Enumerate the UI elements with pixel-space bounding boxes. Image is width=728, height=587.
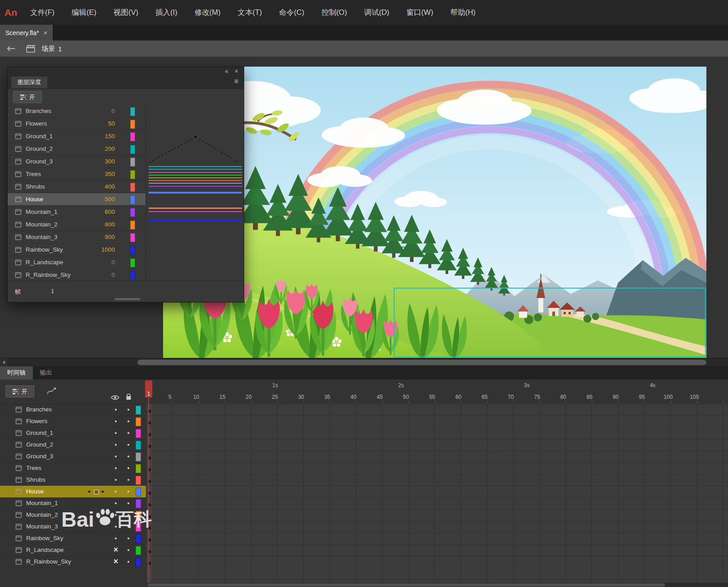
tab-layer-depth[interactable]: 图层深度	[11, 77, 47, 88]
layer-depth-value[interactable]: 350	[74, 168, 115, 180]
timeline-layer-row[interactable]: Shrubs ◄ ► • •	[0, 474, 728, 486]
layer-lock-toggle[interactable]: •	[125, 486, 132, 497]
layer-lock-toggle[interactable]: •	[125, 427, 132, 439]
depth-layer-row[interactable]: House 500	[8, 193, 146, 206]
layer-color-swatch[interactable]	[136, 476, 141, 485]
timeline-layer-row[interactable]: R_Landscape ◄ ► × •	[0, 544, 728, 556]
playhead-line[interactable]	[148, 397, 149, 582]
layer-name-cell[interactable]: Trees ◄ ► • •	[0, 462, 146, 474]
timeline-layer-row[interactable]: Mountain_2 ◄ ► • •	[0, 509, 728, 521]
menu-item[interactable]: 命令(C)	[270, 8, 313, 18]
layer-color-swatch[interactable]	[130, 233, 135, 242]
layer-color-swatch[interactable]	[130, 107, 135, 116]
layer-color-swatch[interactable]	[136, 417, 141, 426]
back-icon[interactable]	[6, 45, 15, 52]
layer-visibility-toggle[interactable]: ×	[112, 556, 119, 567]
layer-visibility-toggle[interactable]: •	[112, 462, 119, 474]
timeline-layer-row[interactable]: R_Rainbow_Sky ◄ ► × •	[0, 556, 728, 568]
depth-layer-row[interactable]: Mountain_2 800	[8, 218, 146, 231]
layer-visibility-toggle[interactable]: •	[112, 497, 119, 509]
menu-item[interactable]: 插入(I)	[147, 8, 186, 18]
timeline-layer-row[interactable]: Mountain_3 ◄ ► • •	[0, 521, 728, 533]
scrollbar-thumb[interactable]	[147, 583, 665, 587]
layer-color-swatch[interactable]	[130, 195, 135, 204]
layer-lock-toggle[interactable]: •	[125, 474, 132, 486]
lock-all-icon[interactable]	[126, 393, 132, 400]
layer-depth-value[interactable]: 800	[74, 218, 115, 230]
tween-marker[interactable]	[94, 490, 99, 494]
stage-horizontal-scrollbar[interactable]	[0, 358, 728, 366]
layer-visibility-toggle[interactable]: •	[112, 533, 119, 544]
layer-name-cell[interactable]: Branches ◄ ► • •	[0, 404, 146, 416]
close-icon[interactable]: ×	[235, 68, 238, 75]
layer-lock-toggle[interactable]: •	[125, 521, 132, 533]
timeline-horizontal-scrollbar[interactable]	[146, 583, 728, 587]
layer-color-swatch[interactable]	[136, 452, 141, 461]
layer-color-swatch[interactable]	[136, 464, 141, 473]
layer-lock-toggle[interactable]: •	[125, 509, 132, 521]
layer-name-cell[interactable]: Rainbow_Sky ◄ ► • •	[0, 533, 146, 545]
depth-layer-row[interactable]: Ground_1 150	[8, 130, 146, 143]
stage-canvas[interactable]	[163, 67, 706, 358]
menu-item[interactable]: 编辑(E)	[63, 8, 105, 18]
layer-color-swatch[interactable]	[136, 406, 141, 415]
layer-color-swatch[interactable]	[136, 499, 141, 508]
panel-scrollbar-thumb[interactable]	[115, 298, 140, 300]
layer-color-swatch[interactable]	[136, 488, 141, 497]
layer-lock-toggle[interactable]: •	[125, 544, 132, 556]
layer-visibility-toggle[interactable]: •	[112, 474, 119, 486]
frame-graph-icon[interactable]	[47, 388, 56, 395]
layer-depth-value[interactable]: 900	[74, 231, 115, 243]
timeline-layer-row[interactable]: Ground_2 ◄ ► • •	[0, 439, 728, 451]
layer-name-cell[interactable]: Mountain_3 ◄ ► • •	[0, 521, 146, 533]
layer-visibility-toggle[interactable]: •	[112, 415, 119, 427]
menu-item[interactable]: 视图(V)	[105, 8, 147, 18]
layer-visibility-toggle[interactable]: •	[112, 439, 119, 451]
panel-menu-icon[interactable]: ≡	[234, 77, 238, 86]
layer-name-cell[interactable]: Mountain_1 ◄ ► • •	[0, 497, 146, 510]
layer-depth-value[interactable]: 0	[74, 105, 115, 117]
layer-color-swatch[interactable]	[136, 534, 141, 543]
layer-name-cell[interactable]: Mountain_2 ◄ ► • •	[0, 509, 146, 521]
layer-color-swatch[interactable]	[130, 120, 135, 129]
timeline-layer-row[interactable]: House ◄ ► • •	[0, 486, 728, 497]
layer-color-swatch[interactable]	[136, 429, 141, 438]
layer-color-swatch[interactable]	[130, 145, 135, 154]
menu-item[interactable]: 窗口(W)	[398, 8, 442, 18]
layer-color-swatch[interactable]	[136, 511, 141, 520]
layer-visibility-toggle[interactable]: •	[112, 486, 119, 497]
menu-item[interactable]: 修改(M)	[186, 8, 229, 18]
layer-color-swatch[interactable]	[130, 258, 135, 267]
layer-depth-value[interactable]: 500	[74, 193, 115, 205]
layer-color-swatch[interactable]	[136, 546, 141, 555]
layer-name-cell[interactable]: Flowers ◄ ► • •	[0, 415, 146, 428]
timeline-layer-row[interactable]: Flowers ◄ ► • •	[0, 415, 728, 427]
timeline-layer-row[interactable]: Trees ◄ ► • •	[0, 462, 728, 474]
layer-visibility-toggle[interactable]: •	[112, 404, 119, 415]
layer-visibility-toggle[interactable]: •	[112, 509, 119, 521]
layer-color-swatch[interactable]	[136, 523, 141, 532]
depth-layer-row[interactable]: Ground_3 300	[8, 155, 146, 168]
timeline-tab[interactable]: 输出	[33, 366, 59, 379]
layer-name-cell[interactable]: Ground_3 ◄ ► • •	[0, 451, 146, 463]
scrollbar-thumb[interactable]	[137, 360, 706, 365]
layer-depth-value[interactable]: 600	[74, 206, 115, 218]
layer-depth-value[interactable]: 150	[74, 130, 115, 142]
layer-name-cell[interactable]: Shrubs ◄ ► • •	[0, 474, 146, 486]
layer-color-swatch[interactable]	[130, 246, 135, 255]
layer-name-cell[interactable]: R_Landscape ◄ ► × •	[0, 544, 146, 556]
layer-color-swatch[interactable]	[136, 441, 141, 450]
depth-layer-row[interactable]: Flowers 50	[8, 117, 146, 130]
layer-lock-toggle[interactable]: •	[125, 533, 132, 544]
menu-item[interactable]: 文件(F)	[22, 8, 63, 18]
layer-depth-value[interactable]: 0	[74, 256, 115, 268]
layer-lock-toggle[interactable]: •	[125, 404, 132, 415]
layer-visibility-toggle[interactable]: •	[112, 451, 119, 462]
timeline-tab[interactable]: 时间轴	[0, 366, 33, 379]
layer-name-cell[interactable]: Ground_1 ◄ ► • •	[0, 427, 146, 439]
timeline-layer-row[interactable]: Mountain_1 ◄ ► • •	[0, 497, 728, 509]
layer-depth-value[interactable]: 1000	[74, 244, 115, 256]
depth-on-toggle[interactable]: 开	[13, 91, 42, 103]
layer-lock-toggle[interactable]: •	[125, 439, 132, 451]
layer-lock-toggle[interactable]: •	[125, 451, 132, 462]
